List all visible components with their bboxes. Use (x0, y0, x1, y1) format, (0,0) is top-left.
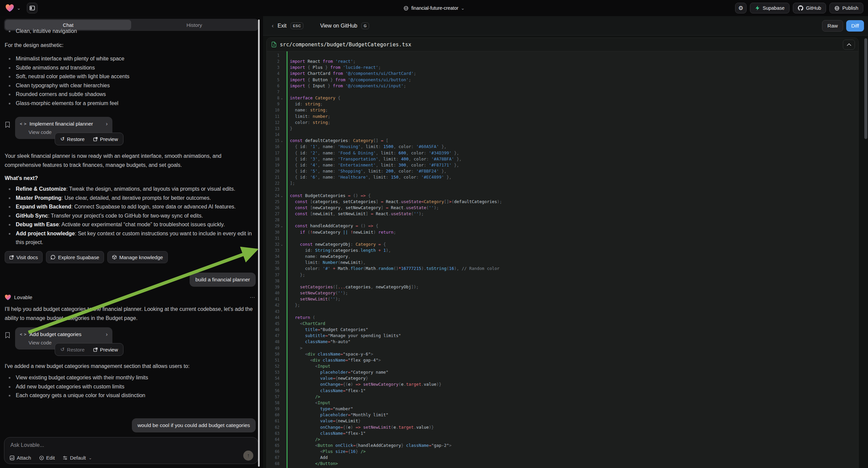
logo-chevron-down-icon[interactable]: ⌄ (17, 6, 21, 10)
fold-gutter (279, 333, 284, 339)
code-scrollbar-thumb[interactable] (864, 38, 867, 139)
code-line: 51 <div className="flex gap-4"> (267, 357, 858, 363)
manage-knowledge-button[interactable]: Manage knowledge (107, 251, 168, 263)
attach-button[interactable]: Attach (10, 455, 31, 461)
collapse-file-button[interactable] (843, 39, 855, 50)
sidebar-toggle-button[interactable] (27, 3, 38, 13)
chat-input[interactable] (10, 442, 253, 448)
bullet-item: Soft, neutral color palette with light b… (5, 72, 254, 81)
code-text: import { Plus } from 'lucide-react'; (284, 64, 858, 70)
diff-button[interactable]: Diff (846, 20, 864, 32)
line-number: 22 (267, 180, 279, 186)
code-text: type="number" (284, 406, 858, 412)
gear-icon: ⚙ (738, 5, 743, 12)
user-message-bubble: would be cool if you could add budget ca… (132, 418, 256, 432)
restore-button[interactable]: ↺ Restore (60, 347, 85, 352)
fold-gutter (279, 345, 284, 351)
visit-docs-button[interactable]: Visit docs (5, 251, 42, 263)
code-line: 64 /> (267, 436, 858, 442)
line-number: 32 (267, 241, 279, 247)
send-button[interactable]: ↑ (243, 450, 253, 461)
fold-chevron-icon[interactable]: ⌄ (279, 241, 284, 247)
github-icon (798, 5, 803, 11)
version-card-add-budget-categories[interactable]: < > Add budget categories › View code ↺ … (15, 327, 113, 350)
line-number: 14 (267, 131, 279, 138)
code-view-nav: ‹ Exit ESC View on GitHub G (272, 23, 369, 29)
preview-label: Preview (100, 347, 118, 352)
code-line: 37 }; (267, 272, 858, 278)
code-line: 61 value={newLimit} (267, 418, 858, 424)
code-text: }; (284, 272, 858, 278)
code-line: 32⌄ const newCategoryObj: Category = { (267, 241, 858, 247)
code-text: > (284, 345, 858, 351)
code-file-container: src/components/budget/BudgetCategories.t… (267, 38, 859, 468)
line-number: 68 (267, 461, 279, 467)
code-line: 45 <ChartCard (267, 321, 858, 327)
preview-button[interactable]: Preview (93, 136, 118, 142)
fold-chevron-icon[interactable]: ⌄ (279, 138, 284, 144)
project-switcher[interactable]: financial-future-creator ⌄ (403, 0, 465, 16)
message-menu-button[interactable]: ⋯ (250, 294, 256, 300)
version-card-implement-financial-planner[interactable]: < > Implement financial planner › View c… (15, 117, 113, 139)
fold-chevron-icon[interactable]: ⌄ (279, 223, 284, 229)
fold-gutter (279, 442, 284, 448)
fold-gutter (279, 83, 284, 89)
line-number: 56 (267, 388, 279, 394)
bullet-item: Expand with Backend: Connect Supabase to… (5, 202, 254, 211)
restore-label: Restore (67, 136, 85, 142)
settings-button[interactable]: ⚙ (735, 3, 747, 13)
view-on-github-button[interactable]: View on GitHub (320, 23, 357, 29)
line-number: 52 (267, 363, 279, 369)
raw-button[interactable]: Raw (822, 20, 843, 32)
code-body[interactable]: 12import React from 'react';3import { Pl… (267, 51, 858, 468)
supabase-button[interactable]: Supabase (750, 3, 789, 13)
preview-button[interactable]: Preview (93, 347, 118, 352)
mode-select[interactable]: Default ⌄ (63, 455, 92, 461)
code-text: const [newCategory, setNewCategory] = Re… (284, 205, 858, 211)
lovable-logo-icon[interactable] (5, 4, 14, 12)
code-line: 34 name: newCategory, (267, 254, 858, 260)
fold-gutter (279, 406, 284, 412)
code-text: import React from 'react'; (284, 58, 858, 64)
topbar-actions: ⚙ Supabase GitHub Publish (735, 0, 863, 16)
fold-gutter (279, 229, 284, 235)
fold-gutter (279, 186, 284, 193)
visit-docs-label: Visit docs (17, 255, 38, 260)
panel-resize-handle[interactable] (258, 20, 260, 467)
restore-button[interactable]: ↺ Restore (60, 136, 85, 142)
explore-supabase-label: Explore Supabase (58, 255, 99, 260)
code-line: 7 (267, 89, 858, 95)
bullet-item: View existing budget categories with the… (5, 373, 254, 382)
publish-button[interactable]: Publish (829, 3, 863, 13)
fold-gutter (279, 369, 284, 375)
code-icon: < > (20, 121, 26, 126)
fold-gutter (279, 436, 284, 442)
exit-button[interactable]: Exit (277, 23, 286, 29)
bookmark-icon[interactable] (5, 121, 10, 128)
fold-chevron-icon[interactable]: ⌄ (279, 95, 284, 101)
line-number: 35 (267, 260, 279, 266)
code-text: <div className="space-y-6"> (284, 351, 858, 357)
line-number: 20 (267, 168, 279, 174)
bullet-item: Refine & Customize: Tweak the design, an… (5, 185, 254, 194)
external-link-icon (9, 255, 14, 260)
code-line: 40 setNewCategory(''); (267, 290, 858, 296)
line-number: 54 (267, 375, 279, 381)
code-text: <Plus size={16} /> (284, 448, 858, 455)
file-header[interactable]: src/components/budget/BudgetCategories.t… (267, 38, 858, 51)
bookmark-icon[interactable] (5, 332, 10, 339)
explore-supabase-button[interactable]: Explore Supabase (46, 251, 104, 263)
line-number: 42 (267, 302, 279, 308)
design-bullet-list: Minimalist interface with plenty of whit… (5, 54, 254, 108)
bullet-item: Debug with Ease: Activate our experiment… (5, 220, 254, 229)
fold-chevron-icon[interactable]: ⌄ (279, 193, 284, 199)
code-text: setCategories([...categories, newCategor… (284, 284, 858, 290)
github-button[interactable]: GitHub (793, 3, 826, 13)
whats-next-heading: What's next? (5, 174, 254, 183)
line-number: 27 (267, 211, 279, 217)
lovable-avatar-icon (5, 294, 11, 300)
code-line: 58 <Input (267, 400, 858, 406)
fold-gutter (279, 302, 284, 308)
code-line: 28 (267, 217, 858, 223)
edit-button[interactable]: Edit (39, 455, 55, 461)
